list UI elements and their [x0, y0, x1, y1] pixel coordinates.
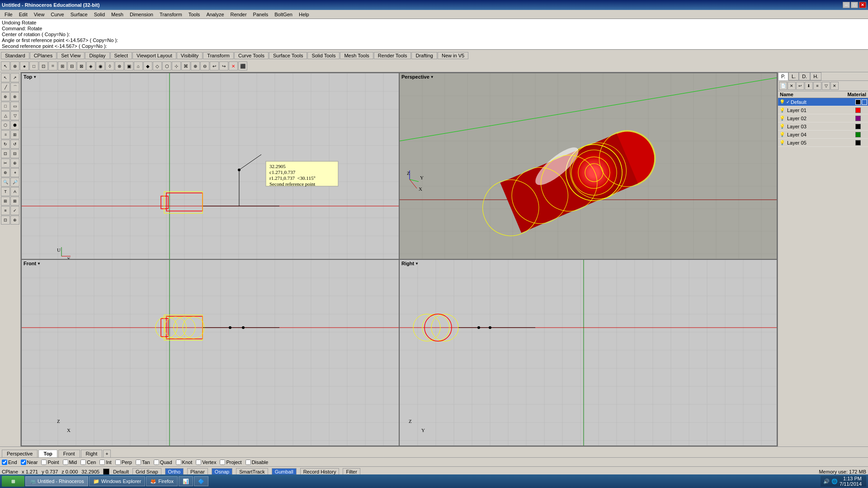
tb-cmd4-btn[interactable]: ◈ [86, 61, 95, 70]
layer-row-02[interactable]: 💡 Layer 02 [778, 114, 868, 122]
osnap-near[interactable]: Near [21, 460, 38, 465]
layer-visible-icon-01[interactable]: 💡 [779, 107, 785, 113]
rpanel-new-btn[interactable]: 📄 [779, 82, 787, 90]
osnap-int-checkbox[interactable] [99, 460, 105, 465]
osnap-mid[interactable]: Mid [63, 460, 77, 465]
tab-surfacetools[interactable]: Surface Tools [269, 52, 307, 59]
layer-visible-icon-02[interactable]: 💡 [779, 115, 785, 122]
osnap-disable[interactable]: Disable [245, 460, 269, 465]
layer-color-03[interactable] [855, 124, 861, 129]
lt-zoom-btn[interactable]: 🔍 [1, 178, 10, 187]
layer-color2-default[interactable] [862, 99, 867, 105]
tb-cylinder-btn[interactable]: ⊡ [39, 61, 48, 70]
viewport-perspective-label[interactable]: Perspective ▼ [401, 74, 434, 80]
menu-edit[interactable]: Edit [16, 11, 30, 18]
osnap-knot[interactable]: Knot [176, 460, 193, 465]
tb-cmd12-btn[interactable]: ⬡ [162, 61, 171, 70]
osnap-int[interactable]: Int [99, 460, 111, 465]
menu-panels[interactable]: Panels [250, 11, 271, 18]
layer-visible-icon[interactable]: 💡 [779, 99, 785, 105]
osnap-vertex-checkbox[interactable] [196, 460, 201, 465]
menu-surface[interactable]: Surface [68, 11, 90, 18]
osnap-quad[interactable]: Quad [154, 460, 172, 465]
osnap-perp[interactable]: Perp [115, 460, 132, 465]
viewport-top-arrow[interactable]: ▼ [33, 75, 37, 79]
lt-zoom2-btn[interactable]: 🔎 [10, 178, 19, 187]
vptab-add[interactable]: + [103, 450, 110, 457]
taskbar-app5-btn[interactable]: 🔷 [194, 476, 208, 486]
lt-btn25[interactable]: T [1, 187, 10, 196]
tb-cmd14-btn[interactable]: ⌘ [181, 61, 190, 70]
osnap-tan-checkbox[interactable] [136, 460, 141, 465]
tb-cmd3-btn[interactable]: ⊠ [77, 61, 86, 70]
lt-btn31[interactable]: ⊡ [1, 216, 10, 225]
layer-color-02[interactable] [855, 116, 861, 121]
lt-btn21[interactable]: ⊛ [1, 168, 10, 177]
lt-btn15[interactable]: ↻ [1, 140, 10, 149]
viewport-perspective[interactable]: Perspective ▼ [399, 73, 777, 259]
tab-standard[interactable]: Standard [1, 52, 29, 59]
rpanel-filter-btn[interactable]: ▽ [822, 82, 830, 90]
lt-btn4[interactable]: ⌒ [10, 83, 19, 92]
lt-btn30[interactable]: ✓ [10, 206, 19, 215]
osnap-perp-checkbox[interactable] [115, 460, 121, 465]
close-button[interactable]: ✕ [859, 2, 866, 8]
layer-row-default[interactable]: 💡 ✓ Default [778, 98, 868, 106]
menu-curve[interactable]: Curve [48, 11, 66, 18]
tb-cursor-btn[interactable]: ↖ [1, 61, 10, 70]
tb-cmd1-btn[interactable]: ⊞ [58, 61, 67, 70]
lt-btn22[interactable]: ⌖ [10, 168, 19, 177]
rpanel-menu-btn[interactable]: ≡ [813, 82, 821, 90]
tab-setview[interactable]: Set View [57, 52, 85, 59]
osnap-end-checkbox[interactable] [2, 460, 7, 465]
tb-cmd5-btn[interactable]: ◉ [96, 61, 105, 70]
rpanel-tab-display[interactable]: D. [799, 72, 810, 80]
viewport-perspective-arrow[interactable]: ▼ [430, 75, 434, 79]
osnap-near-checkbox[interactable] [21, 460, 26, 465]
osnap-point-checkbox[interactable] [41, 460, 47, 465]
rpanel-delete-btn[interactable]: ✕ [788, 82, 796, 90]
taskbar-rhino-btn[interactable]: 🦏 Untitled - Rhinoceros [25, 476, 88, 486]
tb-sphere-btn[interactable]: ● [20, 61, 29, 70]
lt-btn7[interactable]: □ [1, 102, 10, 111]
tb-cmd7-btn[interactable]: ⊗ [115, 61, 124, 70]
lt-btn13[interactable]: ⌗ [1, 130, 10, 139]
menu-transform[interactable]: Transform [157, 11, 185, 18]
tb-cmd6-btn[interactable]: ◊ [105, 61, 114, 70]
lt-btn6[interactable]: ⊗ [10, 92, 19, 101]
vptab-top[interactable]: Top [38, 450, 57, 457]
lt-btn12[interactable]: ⬢ [10, 121, 19, 130]
lt-btn28[interactable]: ⊠ [10, 197, 19, 206]
viewport-right-arrow[interactable]: ▼ [415, 262, 419, 266]
osnap-project-checkbox[interactable] [220, 460, 225, 465]
layer-color-default[interactable] [855, 99, 861, 105]
menu-analyze[interactable]: Analyze [203, 11, 226, 18]
tb-cmd10-btn[interactable]: ◆ [143, 61, 152, 70]
tb-select-btn[interactable]: ⊕ [10, 61, 19, 70]
layer-row-04[interactable]: 💡 Layer 04 [778, 131, 868, 139]
lt-btn18[interactable]: ⊟ [10, 149, 19, 158]
menu-file[interactable]: File [2, 11, 15, 18]
tb-cmd11-btn[interactable]: ◇ [153, 61, 162, 70]
taskbar-firefox-btn[interactable]: 🦊 Firefox [146, 476, 178, 486]
viewport-top[interactable]: Top ▼ [21, 73, 399, 259]
layer-color-05[interactable] [855, 140, 861, 145]
osnap-tan[interactable]: Tan [136, 460, 150, 465]
vptab-perspective[interactable]: Perspective [2, 450, 38, 457]
lt-btn19[interactable]: ✂ [1, 159, 10, 168]
layer-visible-icon-05[interactable]: 💡 [779, 140, 785, 146]
rpanel-down-btn[interactable]: ⬇ [805, 82, 813, 90]
menu-help[interactable]: Help [296, 11, 312, 18]
layer-visible-icon-03[interactable]: 💡 [779, 123, 785, 130]
rpanel-tab-help[interactable]: H. [810, 72, 821, 80]
tab-viewportlayout[interactable]: Viewport Layout [132, 52, 176, 59]
lt-btn3[interactable]: ╱ [1, 83, 10, 92]
layer-row-01[interactable]: 💡 Layer 01 [778, 106, 868, 114]
layer-color-01[interactable] [855, 108, 861, 113]
osnap-quad-checkbox[interactable] [154, 460, 159, 465]
menu-mesh[interactable]: Mesh [108, 11, 126, 18]
vptab-right[interactable]: Right [81, 450, 103, 457]
lt-btn17[interactable]: ⊡ [1, 149, 10, 158]
osnap-vertex[interactable]: Vertex [196, 460, 216, 465]
tb-redo-btn[interactable]: ↪ [219, 61, 228, 70]
